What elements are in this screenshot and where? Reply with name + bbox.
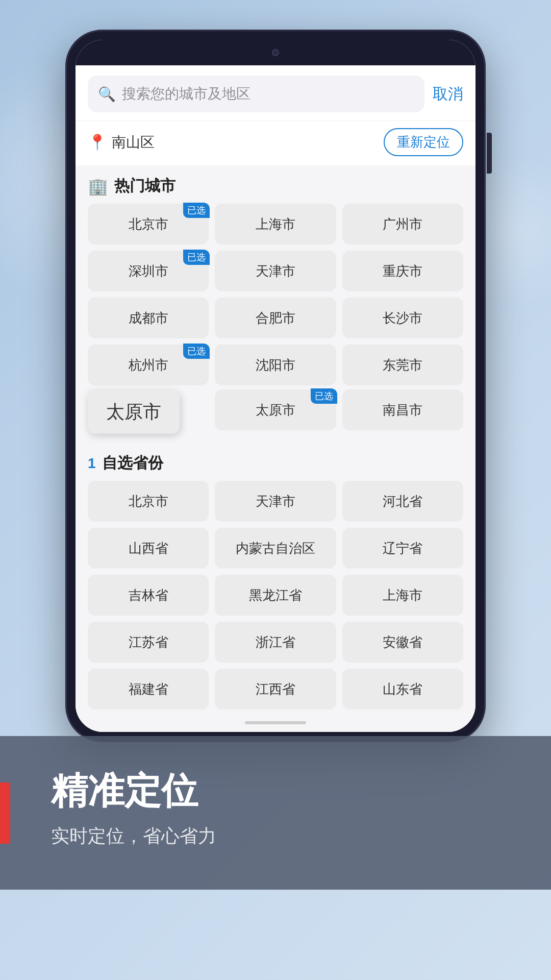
current-location: 📍 南山区: [88, 133, 155, 152]
province-neimenggu[interactable]: 内蒙古自治区: [215, 528, 336, 569]
location-pin-icon: 📍: [88, 133, 107, 151]
city-tooltip: 太原市: [88, 390, 180, 434]
city-shenzhen[interactable]: 深圳市: [88, 251, 209, 291]
province-grid: 北京市 天津市 河北省 山西省 内蒙古自治区 辽宁省 吉林省 黑龙江省 上海市 …: [76, 481, 475, 714]
app-content: 🔍 搜索您的城市及地区 取消 📍 南山区 重新定位 🏢 热门城市: [76, 65, 475, 732]
promo-subtitle: 实时定位，省心省力: [51, 824, 520, 849]
province-anhui[interactable]: 安徽省: [342, 622, 463, 663]
city-hefei[interactable]: 合肥市: [215, 298, 336, 338]
cancel-button[interactable]: 取消: [433, 84, 463, 105]
province-shandong[interactable]: 山东省: [342, 669, 463, 709]
city-shanghai[interactable]: 上海市: [215, 204, 336, 244]
hot-cities-header: 🏢 热门城市: [76, 165, 475, 204]
phone-frame: 🔍 搜索您的城市及地区 取消 📍 南山区 重新定位 🏢 热门城市: [66, 31, 485, 741]
city-beijing[interactable]: 北京市: [88, 204, 209, 244]
city-nanchang[interactable]: 南昌市: [342, 389, 463, 430]
city-chongqing[interactable]: 重庆市: [342, 251, 463, 291]
province-icon: 1: [88, 455, 96, 472]
location-name: 南山区: [112, 133, 155, 152]
location-row: 📍 南山区 重新定位: [76, 120, 475, 165]
city-shenyang[interactable]: 沈阳市: [215, 345, 336, 385]
city-tianjin[interactable]: 天津市: [215, 251, 336, 291]
search-input[interactable]: 搜索您的城市及地区: [122, 87, 414, 101]
province-header: 1 自选省份: [76, 443, 475, 481]
home-indicator-bar: [245, 721, 306, 724]
city-changsha[interactable]: 长沙市: [342, 298, 463, 338]
city-dongguan[interactable]: 东莞市: [342, 345, 463, 385]
phone-notch: [76, 40, 475, 65]
province-heilongjiang[interactable]: 黑龙江省: [215, 575, 336, 616]
city-taiyuan2[interactable]: 太原市: [215, 389, 336, 430]
hot-cities-last-row: 太原市 太原市 太原市 南昌市: [76, 389, 475, 434]
city-hangzhou[interactable]: 杭州市: [88, 345, 209, 385]
red-accent: [0, 782, 10, 844]
province-zhejiang[interactable]: 浙江省: [215, 622, 336, 663]
province-title: 自选省份: [102, 453, 163, 474]
province-jilin[interactable]: 吉林省: [88, 575, 209, 616]
province-jiangsu[interactable]: 江苏省: [88, 622, 209, 663]
city-guangzhou[interactable]: 广州市: [342, 204, 463, 244]
promo-title: 精准定位: [51, 767, 520, 816]
province-tianjin[interactable]: 天津市: [215, 481, 336, 522]
province-liaoning[interactable]: 辽宁省: [342, 528, 463, 569]
province-jiangxi[interactable]: 江西省: [215, 669, 336, 709]
province-fujian[interactable]: 福建省: [88, 669, 209, 709]
province-shanxi[interactable]: 山西省: [88, 528, 209, 569]
province-beijing[interactable]: 北京市: [88, 481, 209, 522]
hot-cities-title: 热门城市: [114, 176, 176, 197]
relocate-button[interactable]: 重新定位: [384, 128, 463, 156]
hot-cities-icon: 🏢: [88, 177, 108, 196]
province-shanghai[interactable]: 上海市: [342, 575, 463, 616]
search-area: 🔍 搜索您的城市及地区 取消: [76, 65, 475, 120]
city-chengdu[interactable]: 成都市: [88, 298, 209, 338]
search-box[interactable]: 🔍 搜索您的城市及地区: [88, 76, 424, 112]
province-hebei[interactable]: 河北省: [342, 481, 463, 522]
hot-cities-grid: 北京市 上海市 广州市 深圳市 天津市 重庆市 成都市 合肥市 长沙市 杭州市 …: [76, 204, 475, 389]
promo-section: 精准定位 实时定位，省心省力: [0, 736, 551, 890]
search-icon: 🔍: [98, 86, 116, 103]
front-camera: [272, 49, 279, 56]
province-section: 1 自选省份 北京市 天津市 河北省 山西省 内蒙古自治区 辽宁省 吉林省 黑龙…: [76, 443, 475, 714]
home-indicator: [76, 714, 475, 732]
